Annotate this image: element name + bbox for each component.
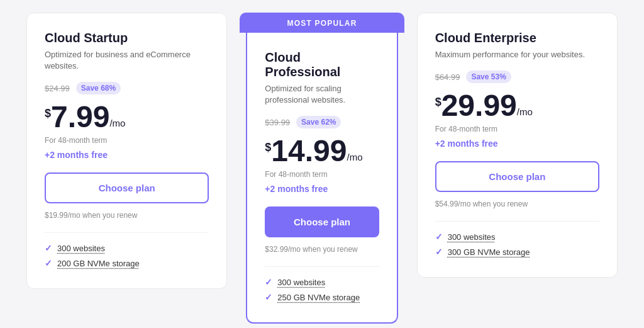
plan-name: Cloud Enterprise (435, 31, 599, 45)
feature-text: 250 GB NVMe storage (277, 293, 360, 302)
plan-desc: Maximum performance for your websites. (435, 49, 599, 60)
renew-text: $54.99/mo when you renew (435, 200, 599, 208)
feature-text: 300 websites (448, 232, 496, 242)
check-icon: ✓ (435, 232, 443, 242)
plan-desc: Optimized for scaling professional websi… (265, 83, 379, 106)
price-mo: /mo (109, 118, 125, 128)
pricing-row: $64.99 Save 53% (435, 71, 599, 83)
plans-container: Cloud Startup Optimized for business and… (20, 13, 624, 324)
price-dollar: $ (435, 96, 441, 109)
original-price: $64.99 (435, 72, 460, 82)
feature-list: ✓ 300 websites ✓ 300 GB NVMe storage (435, 232, 599, 257)
check-icon: ✓ (45, 258, 52, 268)
price-dollar: $ (265, 141, 271, 154)
choose-plan-button[interactable]: Choose plan (265, 206, 379, 237)
check-icon: ✓ (265, 292, 272, 302)
plan-desc: Optimized for business and eCommerce web… (45, 49, 209, 72)
save-badge: Save 53% (466, 71, 511, 83)
price-dollar: $ (45, 107, 51, 120)
price-main: 7.99 (51, 102, 109, 132)
feature-item: ✓ 300 GB NVMe storage (435, 247, 599, 257)
months-free: +2 months free (45, 150, 209, 160)
original-price: $39.99 (265, 118, 290, 127)
renew-text: $19.99/mo when you renew (45, 211, 209, 220)
feature-item: ✓ 200 GB NVMe storage (45, 258, 209, 268)
price-block: $ 14.99 /mo (265, 136, 379, 166)
feature-list: ✓ 300 websites ✓ 200 GB NVMe storage (45, 243, 209, 268)
plan-card-professional: Cloud Professional Optimized for scaling… (246, 33, 397, 324)
feature-text: 300 websites (57, 244, 105, 253)
price-block: $ 7.99 /mo (45, 102, 209, 132)
save-badge: Save 62% (296, 116, 341, 128)
plan-card-startup: Cloud Startup Optimized for business and… (26, 13, 227, 289)
months-free: +2 months free (435, 139, 599, 149)
renew-text: $32.99/mo when you renew (265, 245, 379, 254)
feature-text: 300 websites (277, 278, 325, 287)
feature-item: ✓ 250 GB NVMe storage (265, 292, 379, 302)
check-icon: ✓ (45, 243, 52, 253)
choose-plan-button[interactable]: Choose plan (45, 172, 209, 203)
plan-card-enterprise: Cloud Enterprise Maximum performance for… (417, 13, 618, 278)
feature-item: ✓ 300 websites (265, 277, 379, 287)
popular-plan-wrapper: MOST POPULAR Cloud Professional Optimize… (240, 13, 404, 324)
pricing-row: $24.99 Save 68% (45, 82, 209, 94)
save-badge: Save 68% (76, 82, 121, 94)
term-text: For 48-month term (265, 170, 379, 179)
months-free: +2 months free (265, 184, 379, 194)
plan-name: Cloud Professional (265, 50, 379, 79)
feature-list: ✓ 300 websites ✓ 250 GB NVMe storage (265, 277, 379, 302)
term-text: For 48-month term (435, 125, 599, 133)
check-icon: ✓ (265, 277, 272, 287)
popular-badge: MOST POPULAR (240, 13, 404, 33)
original-price: $24.99 (45, 84, 70, 93)
feature-text: 300 GB NVMe storage (448, 247, 530, 257)
divider (435, 221, 599, 222)
price-main: 14.99 (271, 136, 347, 166)
check-icon: ✓ (435, 247, 443, 257)
divider (265, 266, 379, 267)
plan-name: Cloud Startup (45, 31, 209, 45)
pricing-row: $39.99 Save 62% (265, 116, 379, 128)
divider (45, 232, 209, 233)
price-mo: /mo (517, 106, 533, 117)
choose-plan-button[interactable]: Choose plan (435, 161, 599, 192)
price-main: 29.99 (441, 91, 517, 121)
price-block: $ 29.99 /mo (435, 91, 599, 121)
term-text: For 48-month term (45, 136, 209, 145)
feature-text: 200 GB NVMe storage (57, 259, 140, 268)
feature-item: ✓ 300 websites (435, 232, 599, 242)
feature-item: ✓ 300 websites (45, 243, 209, 253)
price-mo: /mo (347, 152, 362, 162)
